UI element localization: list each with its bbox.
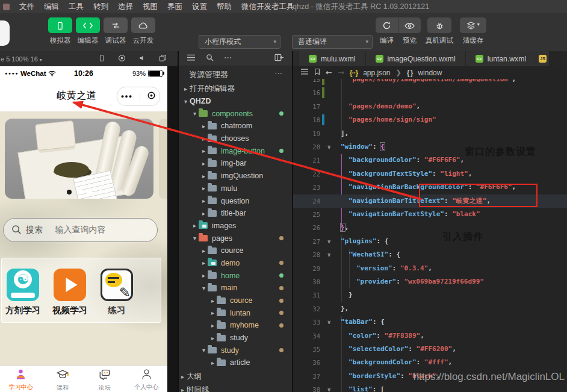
code-line-29[interactable]: 29"version": "0.3.4", xyxy=(293,262,567,275)
tree-item-img-bar[interactable]: ▸img-bar xyxy=(179,157,292,170)
editor-tab-imageQuestion.wxml[interactable]: <>imageQuestion.wxml xyxy=(366,51,465,66)
code-line-28[interactable]: 28∨"WechatSI": { xyxy=(293,248,567,261)
phone-tab-chat[interactable]: 论坛 xyxy=(84,366,126,392)
tree-item-mulu[interactable]: ▸mulu xyxy=(179,182,292,195)
tree-chevron-down-icon[interactable]: ▾ xyxy=(191,235,199,241)
fold-chevron-icon[interactable]: ∨ xyxy=(327,140,331,154)
collapse-sidebar-icon[interactable] xyxy=(274,53,284,64)
phone-tab-person[interactable]: 个人中心 xyxy=(126,366,168,392)
outline-icon[interactable] xyxy=(300,68,309,77)
menu-item[interactable]: 转到 xyxy=(88,0,113,13)
code-line-20[interactable]: 20∨"window": { xyxy=(293,140,567,154)
capsule-button[interactable]: ●●● xyxy=(117,87,160,106)
code-line-24[interactable]: 24"navigationBarTitleText": "岐黄之道", xyxy=(293,194,567,208)
menu-item[interactable]: 帮助 xyxy=(212,0,237,13)
code-line-18[interactable]: 18"pages/home/sign/sign" xyxy=(293,113,567,126)
tree-chevron-down-icon[interactable]: ▾ xyxy=(200,347,208,353)
code-line-35[interactable]: 35"selectedColor": "#FF6200", xyxy=(293,343,567,356)
menu-item[interactable]: 视图 xyxy=(138,0,163,13)
explorer-title-more-icon[interactable]: ⋯ xyxy=(274,69,283,78)
code-line-34[interactable]: 34"color": "#7F8389", xyxy=(293,329,567,343)
tree-item-images[interactable]: ▸images xyxy=(179,220,292,232)
code-line-37[interactable]: 37"borderStyle": "black", xyxy=(293,370,567,383)
nav-forward-icon[interactable]: → xyxy=(338,68,344,77)
code-line-25[interactable]: 25"navigationBarTextStyle": "black" xyxy=(293,208,567,221)
code-line-30[interactable]: 30"provider": "wx069ba97219f66d99" xyxy=(293,275,567,288)
menu-item[interactable]: 微信开发者工具 xyxy=(237,0,299,13)
tree-item-pages[interactable]: ▾pages xyxy=(179,232,292,244)
tree-item-components[interactable]: ▾components xyxy=(179,107,292,120)
app-item-notes[interactable]: ✎练习 xyxy=(94,269,140,316)
tree-item-demo[interactable]: ▸demo xyxy=(179,257,292,270)
tree-chevron-right-icon[interactable]: ▸ xyxy=(200,148,208,154)
bookmark-icon[interactable] xyxy=(314,68,320,77)
more-dots-icon[interactable]: ●●● xyxy=(121,93,132,99)
refresh-button[interactable] xyxy=(376,17,398,33)
tree-chevron-right-icon[interactable]: ▸ xyxy=(209,310,217,316)
phone-tab-gradcap[interactable]: 课程 xyxy=(42,366,84,392)
tree-item-cource[interactable]: ▸cource xyxy=(179,294,292,307)
tree-chevron-right-icon[interactable]: ▸ xyxy=(200,198,208,204)
layers-button[interactable]: ▾ xyxy=(460,17,486,33)
search-bar[interactable]: 搜索 输入查询内容 xyxy=(3,218,158,242)
explorer-search-icon[interactable] xyxy=(206,53,214,64)
tree-chevron-right-icon[interactable]: ▸ xyxy=(200,173,208,179)
tree-chevron-down-icon[interactable]: ▾ xyxy=(200,285,208,291)
tree-chevron-right-icon[interactable]: ▸ xyxy=(209,322,217,329)
explorer-more-icon[interactable]: ⋯ xyxy=(224,53,232,62)
debug-button[interactable] xyxy=(104,17,128,33)
tree-item-study[interactable]: ▾study xyxy=(179,344,292,356)
editor-tab-partial[interactable]: JS xyxy=(536,51,549,66)
fold-chevron-icon[interactable]: ∨ xyxy=(327,248,331,261)
tree-item-article[interactable]: ▸article xyxy=(179,356,292,369)
panel-section-时间线[interactable]: ▸时间线 xyxy=(179,384,292,392)
tree-chevron-down-icon[interactable]: ▾ xyxy=(182,98,190,105)
tree-item-chooses[interactable]: ▸chooses xyxy=(179,132,292,145)
mode-select[interactable]: 小程序模式 ▾ xyxy=(199,35,280,49)
record-icon[interactable] xyxy=(118,54,126,64)
code-line-15[interactable]: 15"pages/study/imageQuestion/imageQuesti… xyxy=(293,79,567,86)
code-line-16[interactable]: 16 xyxy=(293,86,567,99)
tree-item-title-bar[interactable]: ▸title-bar xyxy=(179,207,292,220)
compile-mode-select[interactable]: 普通编译 ▾ xyxy=(292,35,373,49)
carousel-image[interactable] xyxy=(5,119,153,199)
app-item-play[interactable]: 视频学习 xyxy=(47,269,93,316)
code-line-23[interactable]: 23"navigationBarBackgroundColor": "#F6F6… xyxy=(293,181,567,194)
code-line-33[interactable]: 33∨"tabBar": { xyxy=(293,316,567,329)
user-avatar[interactable] xyxy=(0,20,10,46)
nav-back-icon[interactable]: ← xyxy=(326,68,332,77)
tree-item-study[interactable]: ▸study xyxy=(179,332,292,344)
menu-item[interactable]: 编辑 xyxy=(39,0,64,13)
code-line-26[interactable]: 26}, xyxy=(293,221,567,234)
bug-button[interactable] xyxy=(427,17,451,33)
code-line-19[interactable]: 19], xyxy=(293,127,567,140)
tree-item-QHZD[interactable]: ▾QHZD xyxy=(179,95,292,108)
tree-chevron-right-icon[interactable]: ▸ xyxy=(209,335,217,341)
editor-tab-luntan.wxml[interactable]: <>luntan.wxml xyxy=(466,51,536,66)
code-button[interactable] xyxy=(76,17,100,33)
explorer-list-icon[interactable] xyxy=(187,53,196,64)
code-line-21[interactable]: 21"backgroundColor": "#F6F6F6", xyxy=(293,154,567,167)
tree-chevron-right-icon[interactable]: ▸ xyxy=(200,247,208,254)
tree-chevron-right-icon[interactable]: ▸ xyxy=(209,359,217,366)
menu-item[interactable]: 选择 xyxy=(113,0,138,13)
phone-tab-personbook[interactable]: 学习中心 xyxy=(0,366,42,392)
fold-chevron-icon[interactable]: ∨ xyxy=(327,383,331,392)
tree-chevron-right-icon[interactable]: ▸ xyxy=(200,210,208,217)
fold-chevron-icon[interactable]: ∨ xyxy=(327,316,331,329)
phone-button[interactable] xyxy=(48,17,72,33)
device-selector[interactable]: e 5 100% 16 ▾ xyxy=(1,55,42,63)
code-line-27[interactable]: 27∨"plugins": { xyxy=(293,235,567,248)
app-item-herbbook[interactable]: ☯方剂学习 xyxy=(0,269,46,316)
tree-chevron-right-icon[interactable]: ▸ xyxy=(200,135,208,142)
tree-item-luntan[interactable]: ▸luntan xyxy=(179,306,292,319)
menu-item[interactable]: 工具 xyxy=(64,0,88,13)
code-line-32[interactable]: 32}, xyxy=(293,302,567,316)
tree-item-chatroom[interactable]: ▸chatroom xyxy=(179,120,292,132)
sound-icon[interactable] xyxy=(138,54,146,64)
tree-item-image-button[interactable]: ▸image-button xyxy=(179,145,292,157)
tree-item-imgQuestion[interactable]: ▸imgQuestion xyxy=(179,170,292,182)
cloud-button[interactable] xyxy=(131,17,155,33)
code-line-22[interactable]: 22"backgroundTextStyle": "light", xyxy=(293,167,567,181)
tree-item-myhome[interactable]: ▸myhome xyxy=(179,319,292,332)
